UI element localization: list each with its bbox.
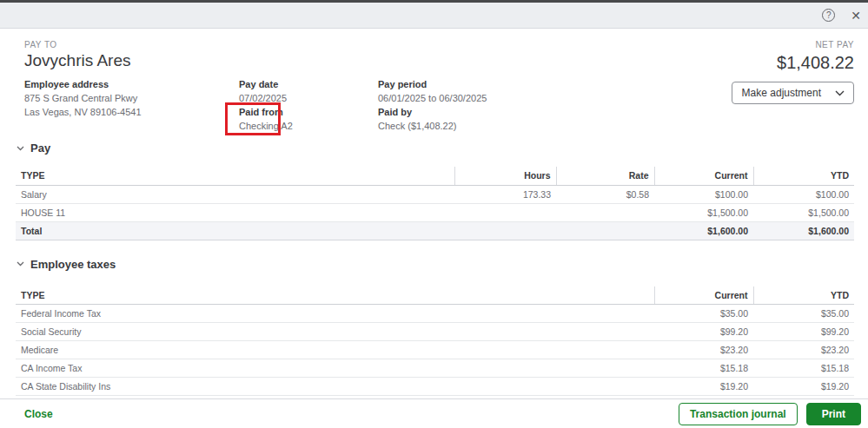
column-header: TYPE	[16, 286, 654, 305]
table-cell: $23.20	[753, 341, 854, 359]
table-row: CA State Disability Ins$19.20$19.20	[16, 378, 854, 396]
pay-section: Pay TYPE Hours Rate Current YTD Salary17…	[24, 142, 854, 240]
table-cell: 173.33	[454, 185, 556, 203]
table-cell	[454, 221, 556, 240]
employee-address-label: Employee address	[24, 77, 239, 91]
table-cell	[556, 203, 654, 221]
paid-from-value: Checking A2	[239, 119, 378, 133]
table-cell: CA Income Tax	[16, 359, 654, 378]
column-header: YTD	[753, 167, 854, 185]
column-header: Rate	[556, 167, 654, 185]
footer-buttons: Transaction journal Print	[679, 403, 861, 425]
table-cell: $19.20	[654, 378, 753, 396]
chevron-down-icon	[17, 261, 24, 267]
address-line-1: 875 S Grand Central Pkwy	[24, 91, 239, 105]
table-cell: $35.00	[654, 305, 753, 323]
column-header: YTD	[753, 286, 854, 305]
pay-period-column: Pay period 06/01/2025 to 06/30/2025 Paid…	[378, 77, 487, 133]
table-cell: $100.00	[753, 185, 854, 203]
make-adjustment-dropdown[interactable]: Make adjustment	[732, 82, 854, 104]
table-cell: $15.18	[753, 359, 854, 378]
close-icon[interactable]: ✕	[848, 10, 864, 22]
paycheck-info: Employee address 875 S Grand Central Pkw…	[24, 77, 487, 133]
pay-to-label: PAY TO	[24, 40, 487, 50]
table-row: HOUSE 11$1,500.00$1,500.00	[16, 203, 854, 221]
pay-to-block: PAY TO Jovychris Ares Employee address 8…	[24, 40, 487, 133]
chevron-down-icon	[835, 90, 845, 96]
print-button[interactable]: Print	[806, 403, 861, 425]
employee-taxes-section-toggle[interactable]: Employee taxes	[17, 258, 854, 271]
net-pay-label: NET PAY	[732, 40, 854, 50]
table-cell: $1,500.00	[654, 203, 753, 221]
table-cell: $100.00	[654, 185, 753, 203]
table-cell: $99.20	[654, 323, 753, 341]
column-header: TYPE	[16, 167, 454, 185]
pay-date-value: 07/02/2025	[239, 91, 378, 105]
employee-taxes-section-title: Employee taxes	[30, 258, 116, 271]
paid-by-value: Check ($1,408.22)	[378, 119, 487, 133]
table-cell: Medicare	[16, 341, 654, 359]
table-cell: $0.58	[556, 185, 654, 203]
pay-period-value: 06/01/2025 to 06/30/2025	[378, 91, 487, 105]
column-header: Hours	[454, 167, 556, 185]
pay-date-column: Pay date 07/02/2025 Paid from Checking A…	[239, 77, 378, 133]
make-adjustment-label: Make adjustment	[742, 87, 821, 99]
table-row: Social Security$99.20$99.20	[16, 323, 854, 341]
table-cell: $99.20	[753, 323, 854, 341]
table-row: Medicare$23.20$23.20	[16, 341, 854, 359]
table-cell: HOUSE 11	[16, 203, 454, 221]
pay-section-toggle[interactable]: Pay	[17, 142, 854, 155]
paycheck-detail: PAY TO Jovychris Ares Employee address 8…	[0, 29, 868, 396]
table-cell: Social Security	[16, 323, 654, 341]
table-row: Federal Income Tax$35.00$35.00	[16, 305, 854, 323]
table-cell	[454, 203, 556, 221]
paid-from-label: Paid from	[239, 105, 378, 119]
employee-taxes-section: Employee taxes TYPE Current YTD Federal …	[24, 258, 854, 397]
pay-section-title: Pay	[30, 142, 50, 155]
payee-name: Jovychris Ares	[24, 52, 487, 69]
table-cell: $1,600.00	[654, 221, 753, 240]
chevron-down-icon	[17, 146, 24, 151]
table-cell: CA State Disability Ins	[16, 378, 654, 396]
table-cell	[556, 221, 654, 240]
table-row: Salary173.33$0.58$100.00$100.00	[16, 185, 854, 203]
column-header: Current	[654, 286, 753, 305]
pay-date-label: Pay date	[239, 77, 378, 91]
paid-by-label: Paid by	[378, 105, 487, 119]
table-cell: $1,500.00	[753, 203, 854, 221]
pay-total-row: Total $1,600.00 $1,600.00	[16, 221, 854, 240]
pay-table: TYPE Hours Rate Current YTD Salary173.33…	[16, 167, 854, 240]
table-cell: Salary	[16, 185, 454, 203]
transaction-journal-button[interactable]: Transaction journal	[679, 403, 798, 425]
table-cell: $19.20	[753, 378, 854, 396]
pay-table-header-row: TYPE Hours Rate Current YTD	[16, 167, 854, 185]
employee-address-column: Employee address 875 S Grand Central Pkw…	[24, 77, 239, 133]
table-cell: $23.20	[654, 341, 753, 359]
titlebar: ? ✕	[0, 3, 868, 29]
table-row: CA Income Tax$15.18$15.18	[16, 359, 854, 378]
taxes-table-header-row: TYPE Current YTD	[16, 286, 854, 305]
table-cell: Federal Income Tax	[16, 305, 654, 323]
table-cell: $35.00	[753, 305, 854, 323]
table-cell: $1,600.00	[753, 221, 854, 240]
net-pay-block: NET PAY $1,408.22 Make adjustment	[732, 40, 854, 104]
table-cell: Total	[16, 221, 454, 240]
table-cell: $15.18	[654, 359, 753, 378]
close-button[interactable]: Close	[24, 408, 53, 420]
footer-bar: Close Transaction journal Print	[0, 398, 868, 428]
column-header: Current	[654, 167, 753, 185]
net-pay-amount: $1,408.22	[732, 52, 854, 73]
pay-period-label: Pay period	[378, 77, 487, 91]
help-icon[interactable]: ?	[822, 9, 835, 22]
address-line-2: Las Vegas, NV 89106-4541	[24, 105, 239, 119]
employee-taxes-table: TYPE Current YTD Federal Income Tax$35.0…	[16, 286, 854, 397]
